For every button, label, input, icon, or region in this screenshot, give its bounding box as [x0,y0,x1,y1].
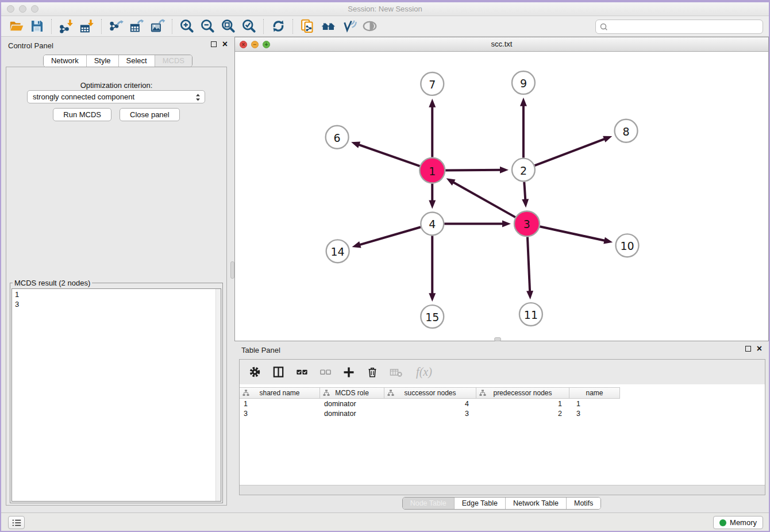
import-network-button[interactable] [56,18,76,35]
zoom-in-button[interactable] [176,18,197,35]
zoom-out-button[interactable] [197,18,218,35]
export-table-icon [129,18,145,34]
column-header-MCDS-role[interactable]: MCDS role [320,388,384,398]
zoom-selected-button[interactable] [238,18,259,35]
tab-node-table[interactable]: Node Table [403,498,454,509]
node-15[interactable]: 15 [421,305,444,328]
window-controls[interactable] [7,5,38,13]
copy-network-button[interactable] [297,18,318,35]
cell[interactable]: dominator [320,400,384,408]
node-11[interactable]: 11 [519,303,542,326]
tab-edge-table[interactable]: Edge Table [454,498,505,509]
network-window-titlebar[interactable]: × − + scc.txt [235,37,768,52]
network-close-icon[interactable]: × [240,41,247,48]
edge-3-11[interactable] [528,237,530,292]
tab-mcds[interactable]: MCDS [155,55,192,67]
tab-select[interactable]: Select [118,55,155,67]
minimize-window-icon[interactable] [19,5,26,13]
table-row[interactable]: 3dominator323 [240,408,620,418]
eye-button[interactable] [359,18,380,35]
node-10[interactable]: 10 [616,234,639,257]
arrowhead-3-10 [603,237,613,244]
graphics-details-button[interactable] [338,18,359,35]
tab-style[interactable]: Style [86,55,118,67]
save-session-button[interactable] [26,18,47,35]
search-input[interactable] [609,21,763,33]
edge-4-14[interactable] [359,227,421,245]
cell[interactable]: 3 [569,410,620,418]
node-4[interactable]: 4 [421,212,444,235]
edge-1-2[interactable] [445,170,502,171]
arrowhead-1-6 [351,142,360,148]
tab-network[interactable]: Network [44,55,86,67]
table-settings-button[interactable] [247,365,262,380]
select-all-columns-button[interactable] [294,365,309,380]
column-header-shared-name[interactable]: shared name [240,388,320,398]
close-table-panel-icon[interactable]: × [757,346,762,352]
node-9[interactable]: 9 [512,71,535,94]
zoom-window-icon[interactable] [31,5,38,13]
export-image-button[interactable] [147,18,168,35]
zoom-selected-icon [241,18,257,34]
table-hscrollbar[interactable] [240,485,765,495]
mcds-result-text[interactable]: 1 3 [11,288,221,502]
node-7[interactable]: 7 [421,72,444,95]
column-header-name[interactable]: name [569,388,620,398]
edge-2-3[interactable] [524,182,525,201]
node-8[interactable]: 8 [615,119,638,142]
node-6[interactable]: 6 [326,126,349,149]
node-1[interactable]: 1 [419,158,445,183]
export-table-button[interactable] [126,18,147,35]
function-builder-button[interactable]: f(x) [412,365,436,380]
result-scrollbar[interactable] [215,289,221,501]
edge-3-1[interactable] [452,182,515,217]
delete-columns-button[interactable] [365,365,380,380]
edge-2-8[interactable] [535,138,606,165]
cell[interactable]: 3 [384,410,476,418]
import-table-button[interactable] [76,18,97,35]
memory-button[interactable]: Memory [713,516,763,529]
zoom-in-icon [179,18,195,34]
cell[interactable]: 4 [384,400,476,408]
search-box[interactable] [595,20,763,34]
delete-table-button[interactable] [388,365,403,380]
vertical-splitter-grip[interactable] [230,261,234,279]
horizontal-splitter-grip[interactable] [494,337,501,341]
network-minimize-icon[interactable]: − [251,41,259,48]
cell[interactable]: 3 [240,410,320,418]
close-panel-button[interactable]: Close panel [120,108,180,121]
show-column-button[interactable] [271,365,286,380]
tab-network-table[interactable]: Network Table [505,498,566,509]
float-panel-icon[interactable] [211,41,217,47]
network-canvas[interactable]: 7968124314101511 [235,52,768,341]
edge-1-6[interactable] [357,144,419,166]
float-table-panel-icon[interactable] [745,346,751,352]
node-2[interactable]: 2 [512,159,535,182]
cell[interactable]: 2 [476,410,569,418]
task-history-button[interactable] [8,516,25,529]
edge-3-10[interactable] [540,226,606,241]
refresh-button[interactable] [268,18,288,35]
column-header-successor-nodes[interactable]: successor nodes [384,388,476,398]
cell[interactable]: dominator [320,410,384,418]
cell[interactable]: 1 [240,400,320,408]
open-session-button[interactable] [6,18,26,35]
table-row[interactable]: 1dominator411 [240,399,620,408]
network-maximize-icon[interactable]: + [263,41,270,48]
run-mcds-button[interactable]: Run MCDS [53,108,111,121]
create-column-button[interactable] [341,365,356,380]
home-networks-button[interactable] [318,18,338,35]
unselect-all-columns-button[interactable] [318,365,333,380]
close-window-icon[interactable] [7,5,14,13]
table-rows: 1dominator4113dominator323 [240,399,765,418]
node-3[interactable]: 3 [514,211,540,236]
cell[interactable]: 1 [569,400,620,408]
criterion-select[interactable]: strongly connected component [27,90,205,103]
cell[interactable]: 1 [476,400,569,408]
export-network-button[interactable] [106,18,126,35]
zoom-fit-button[interactable] [218,18,238,35]
column-header-predecessor-nodes[interactable]: predecessor nodes [476,388,569,398]
node-14[interactable]: 14 [326,240,349,263]
close-panel-icon[interactable]: × [222,41,228,47]
tab-motifs[interactable]: Motifs [566,498,600,509]
